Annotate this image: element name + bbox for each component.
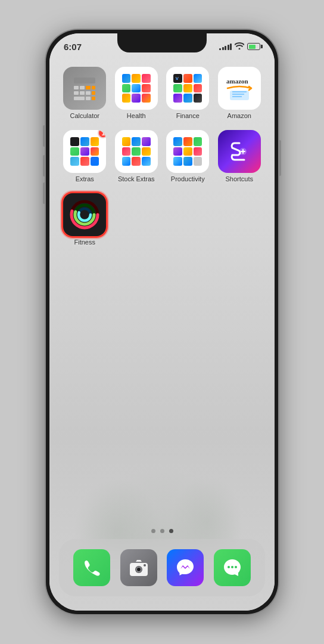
svg-rect-11	[92, 97, 95, 100]
svg-rect-1	[74, 86, 79, 89]
app-health[interactable]: Health	[113, 67, 160, 119]
health-label: Health	[127, 112, 146, 119]
battery-icon	[247, 43, 260, 50]
extras-label: Extras	[76, 175, 94, 182]
signal-icon	[219, 43, 232, 50]
dock-messenger[interactable]	[167, 549, 204, 586]
wifi-icon	[235, 42, 244, 51]
phone-frame: 6:07	[46, 30, 278, 614]
extras-icon: 1	[63, 130, 106, 173]
dock-messages[interactable]	[214, 549, 251, 586]
productivity-label: Productivity	[171, 175, 205, 182]
svg-point-32	[231, 566, 233, 568]
svg-text:amazon: amazon	[226, 78, 248, 85]
app-grid: Calculator He	[61, 67, 263, 246]
app-extras[interactable]: 1 Extras	[61, 130, 108, 182]
app-calculator[interactable]: Calculator	[61, 67, 108, 119]
svg-text:M: M	[176, 77, 178, 80]
svg-rect-9	[74, 97, 85, 100]
shortcuts-icon	[218, 130, 261, 173]
page-dot-1	[151, 529, 155, 533]
svg-rect-10	[86, 97, 91, 100]
stock-extras-icon	[115, 130, 158, 173]
extras-badge: 1	[98, 130, 106, 138]
finance-label: Finance	[176, 112, 200, 119]
health-icon	[115, 67, 158, 110]
battery-fill	[249, 45, 256, 49]
svg-point-33	[235, 566, 237, 568]
shortcuts-label: Shortcuts	[226, 175, 253, 182]
status-time: 6:07	[64, 42, 82, 52]
svg-rect-7	[86, 91, 91, 95]
status-icons	[219, 42, 260, 51]
svg-rect-2	[80, 86, 85, 89]
svg-rect-5	[74, 91, 79, 95]
app-stock-extras[interactable]: Stock Extras	[113, 130, 160, 182]
app-productivity[interactable]: Productivity	[164, 130, 211, 182]
fitness-label: Fitness	[74, 239, 95, 246]
svg-rect-8	[92, 91, 95, 95]
calculator-icon	[63, 67, 106, 110]
svg-rect-0	[74, 78, 95, 83]
page-dot-2	[160, 529, 164, 533]
app-fitness[interactable]: Fitness	[61, 193, 108, 246]
svg-rect-3	[86, 86, 91, 89]
dock	[59, 539, 265, 596]
svg-rect-4	[92, 86, 95, 89]
amazon-label: Amazon	[228, 112, 251, 119]
fitness-icon	[63, 193, 106, 236]
svg-point-29	[137, 568, 141, 571]
productivity-icon	[166, 130, 209, 173]
finance-icon: VM	[166, 67, 209, 110]
status-bar: 6:07	[49, 33, 275, 60]
stock-extras-label: Stock Extras	[118, 175, 155, 182]
svg-point-31	[228, 566, 230, 568]
dock-camera[interactable]	[120, 549, 157, 586]
page-dots	[49, 529, 275, 533]
page-dot-3	[169, 529, 173, 533]
app-finance[interactable]: VM Finance	[164, 67, 211, 119]
calculator-label: Calculator	[70, 112, 99, 119]
dock-phone[interactable]	[73, 549, 110, 586]
app-amazon[interactable]: amazon Amazon	[216, 67, 263, 119]
phone-screen: 6:07	[49, 33, 275, 611]
app-shortcuts[interactable]: Shortcuts	[216, 130, 263, 182]
amazon-icon: amazon	[218, 67, 261, 110]
svg-rect-6	[80, 91, 85, 95]
svg-point-30	[144, 564, 146, 566]
